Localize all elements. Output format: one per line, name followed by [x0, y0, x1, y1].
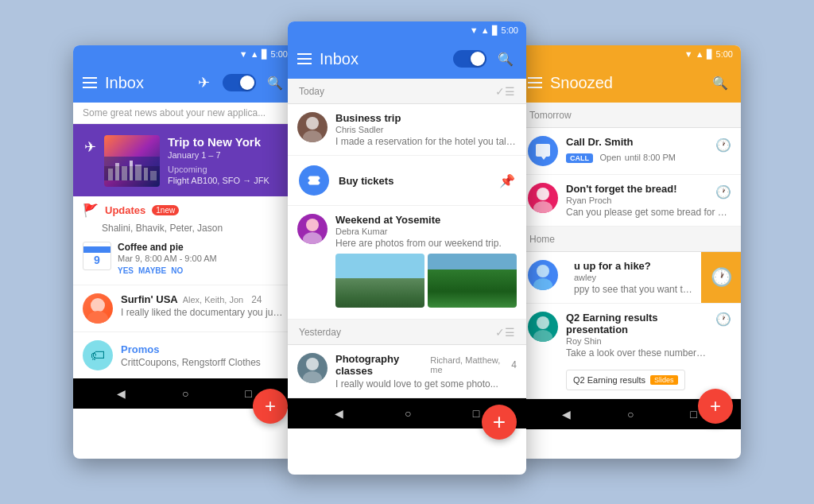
richard-avatar	[297, 353, 328, 383]
bread-title: Don't forget the bread!	[566, 183, 731, 195]
surfing-preview: I really liked the documentary you just …	[121, 307, 286, 318]
right-menu-icon[interactable]	[528, 77, 542, 88]
pin-icon: 📌	[499, 173, 515, 188]
right-square-btn[interactable]: □	[690, 408, 696, 421]
orange-snooze-bar[interactable]: 🕐	[701, 252, 741, 303]
svg-point-12	[306, 219, 319, 231]
cal-yes-btn[interactable]: YES	[118, 266, 134, 275]
left-compose-icon[interactable]: ✈	[192, 72, 215, 94]
trip-info: Trip to New York January 1 – 7 Upcoming …	[168, 135, 285, 185]
bread-content: Don't forget the bread! Ryan Proch Can y…	[566, 183, 731, 218]
trip-card-image	[104, 135, 160, 187]
left-signal-icon: ▼	[239, 49, 248, 59]
left-back-btn[interactable]: ◀	[117, 387, 126, 400]
hike-from: awley	[574, 273, 693, 282]
svg-point-11	[303, 130, 322, 142]
left-toolbar-title: Inbox	[105, 74, 184, 92]
hike-item[interactable]: u up for a hike? awley ppy to see that y…	[518, 252, 741, 304]
updates-item[interactable]: 🚩 Updates 1new Shalini, Bhavik, Peter, J…	[73, 196, 296, 285]
surfing-content: Surfin' USA Alex, Keith, Jon 24 I really…	[121, 293, 286, 318]
svg-rect-5	[135, 165, 141, 180]
buy-tickets-label: Buy tickets	[339, 175, 393, 187]
calendar-icon: 9	[83, 242, 111, 270]
yesterday-select-icon[interactable]: ✓☰	[495, 326, 515, 339]
center-signal-icon: ▼	[470, 25, 479, 35]
surfing-sender: Surfin' USA	[121, 293, 178, 305]
yosemite-content: Weekend at Yosemite Debra Kumar Here are…	[335, 214, 517, 311]
updates-senders: Shalini, Bhavik, Peter, Jason	[102, 223, 286, 234]
q2-from: Roy Shin	[566, 336, 707, 346]
left-toolbar: Inbox ✈ 🔍	[73, 63, 296, 103]
right-back-btn[interactable]: ◀	[562, 408, 571, 421]
business-trip-from: Chris Sadler	[335, 125, 517, 134]
calendar-item[interactable]: 9 Coffee and pie Mar 9, 8:00 AM - 9:00 A…	[83, 238, 286, 281]
debra-avatar	[297, 214, 328, 244]
promos-content: Promos CrittCoupons, Rengstorff Clothes	[121, 343, 261, 368]
call-content: Call Dr. Smith CALL Open until 8:00 PM	[566, 136, 731, 164]
new-badge: 1new	[152, 205, 179, 215]
trip-card[interactable]: ✈ Trip to New York January 1 – 7 Upcomin…	[73, 124, 296, 196]
bread-item[interactable]: Don't forget the bread! Ryan Proch Can y…	[518, 175, 741, 227]
svg-point-8	[91, 298, 105, 312]
right-status-bar: ▼ ▲ ▊ 5:00	[518, 45, 741, 63]
yosemite-item[interactable]: Weekend at Yosemite Debra Kumar Here are…	[288, 206, 526, 320]
q2-title: Q2 Earning results presentation	[566, 312, 707, 335]
center-search-icon[interactable]: 🔍	[494, 48, 517, 70]
left-battery-icon: ▊	[262, 49, 268, 60]
promos-item[interactable]: 🏷 Promos CrittCoupons, Rengstorff Clothe…	[73, 332, 296, 378]
business-trip-preview: I made a reservation for the hotel you t…	[335, 136, 517, 147]
surfing-item[interactable]: Surfin' USA Alex, Keith, Jon 24 I really…	[73, 285, 296, 332]
promos-senders: CrittCoupons, Rengstorff Clothes	[121, 357, 261, 368]
q2-card[interactable]: Q2 Earning results Slides	[566, 370, 685, 390]
center-wifi-icon: ▲	[481, 25, 490, 35]
left-menu-icon[interactable]	[83, 77, 97, 88]
right-battery-icon: ▊	[707, 49, 713, 60]
center-menu-icon[interactable]	[297, 53, 312, 64]
phone-right: ▼ ▲ ▊ 5:00 Snoozed 🔍 Tomorrow Call Dr	[518, 45, 741, 459]
right-home-btn[interactable]: ○	[627, 408, 634, 421]
left-square-btn[interactable]: □	[245, 387, 251, 400]
toggle-knob	[240, 76, 254, 90]
photography-preview: I really would love to get some photo...	[335, 378, 517, 390]
call-dr-smith-item[interactable]: Call Dr. Smith CALL Open until 8:00 PM 🕐	[518, 128, 741, 175]
left-search-icon[interactable]: 🔍	[264, 72, 286, 94]
photo-thumb-2	[428, 254, 517, 308]
svg-rect-3	[122, 166, 127, 180]
phone-center: ▼ ▲ ▊ 5:00 Inbox 🔍 Today ✓☰	[288, 21, 526, 475]
photography-item[interactable]: Photography classes Richard, Matthew, me…	[288, 345, 526, 398]
photography-count: 4	[511, 359, 517, 370]
svg-point-21	[533, 330, 552, 342]
select-all-icon[interactable]: ✓☰	[495, 85, 515, 98]
center-section-yesterday: Yesterday ✓☰	[288, 320, 526, 345]
cal-maybe-btn[interactable]: MAYBE	[138, 266, 166, 275]
left-home-btn[interactable]: ○	[182, 387, 188, 400]
photo-thumb-1	[335, 254, 424, 308]
q2-card-title: Q2 Earning results	[573, 375, 645, 385]
center-square-btn[interactable]: □	[473, 407, 479, 420]
left-fab[interactable]: +	[253, 389, 288, 424]
svg-rect-0	[104, 157, 160, 180]
snooze-clock-3: 🕐	[715, 312, 731, 359]
center-toggle[interactable]	[453, 50, 486, 68]
business-trip-item[interactable]: Business trip Chris Sadler I made a rese…	[288, 104, 526, 156]
center-fab[interactable]: +	[482, 405, 517, 440]
cal-details: Coffee and pie Mar 9, 8:00 AM - 9:00 AM …	[118, 242, 286, 275]
center-home-btn[interactable]: ○	[405, 407, 411, 420]
updates-label: Updates	[105, 204, 145, 216]
buy-tickets-icon	[299, 165, 329, 196]
cal-no-btn[interactable]: NO	[171, 266, 183, 275]
airplane-icon: ✈	[84, 135, 96, 156]
trip-status: Upcoming	[168, 165, 285, 174]
photography-from: Richard, Matthew, me	[430, 355, 503, 374]
svg-rect-1	[108, 169, 113, 180]
buy-tickets-item[interactable]: Buy tickets 📌	[288, 156, 526, 206]
svg-point-15	[303, 371, 322, 383]
trip-flight: Flight AB100, SFO → JFK	[168, 176, 285, 185]
q2-item[interactable]: Q2 Earning results presentation Roy Shin…	[518, 304, 741, 399]
center-back-btn[interactable]: ◀	[335, 407, 343, 420]
right-search-icon[interactable]: 🔍	[709, 72, 731, 94]
surfing-senders2: Alex, Keith, Jon	[183, 295, 243, 304]
right-fab[interactable]: +	[698, 389, 733, 424]
photo-row	[335, 249, 517, 311]
left-toggle[interactable]	[223, 74, 256, 91]
